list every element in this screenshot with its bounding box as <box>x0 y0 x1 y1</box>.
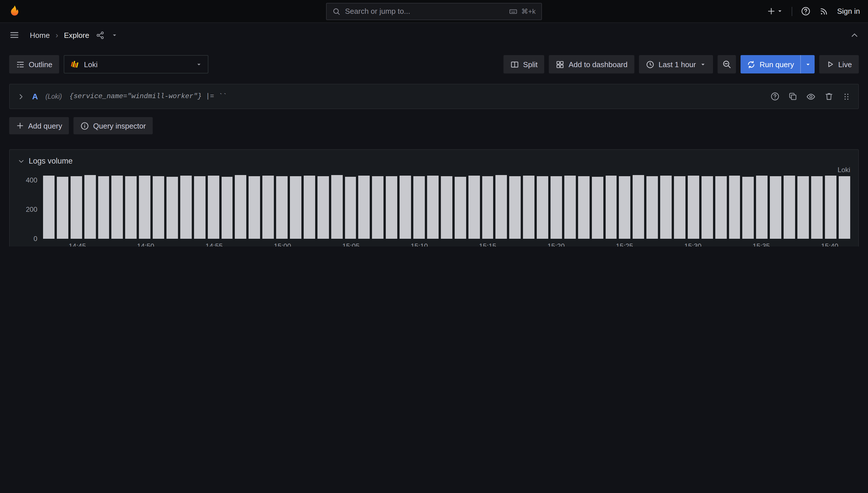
split-button[interactable]: Split <box>504 55 545 73</box>
duplicate-query-icon[interactable] <box>788 92 798 101</box>
split-label: Split <box>523 60 537 69</box>
volume-bar <box>647 176 658 239</box>
zoom-out-button[interactable] <box>718 55 736 73</box>
collapse-controls-button[interactable] <box>850 31 859 39</box>
volume-bar <box>208 176 219 239</box>
run-query-button[interactable]: Run query <box>741 55 814 73</box>
datasource-name: Loki <box>84 60 98 69</box>
volume-bar <box>276 176 288 239</box>
time-range-button[interactable]: Last 1 hour <box>639 55 713 73</box>
grafana-explore-page: Search or jump to... ⌘+k Sign in <box>0 0 868 246</box>
volume-bar <box>413 176 425 239</box>
breadcrumb-row: Home › Explore <box>0 23 868 47</box>
volume-bar <box>633 175 644 239</box>
add-to-dashboard-button[interactable]: Add to dashboard <box>549 55 634 73</box>
x-axis-label: 14:45 <box>69 242 86 246</box>
expand-query-icon[interactable] <box>17 93 25 100</box>
sign-in-button[interactable]: Sign in <box>837 7 860 16</box>
breadcrumb-caret-button[interactable] <box>112 32 118 38</box>
add-query-button[interactable]: Add query <box>9 117 69 134</box>
nav-divider <box>792 6 792 16</box>
logs-volume-panel: Logs volume 0200400 Loki 14:4514:5014:55… <box>9 149 859 246</box>
x-axis-label: 15:15 <box>479 242 496 246</box>
info-circle-icon <box>81 121 89 130</box>
volume-bar <box>729 176 740 239</box>
hamburger-icon <box>9 30 20 40</box>
volume-bar <box>509 176 521 239</box>
new-menu-button[interactable] <box>767 7 783 16</box>
x-axis-label: 15:35 <box>753 242 770 246</box>
volume-bar <box>331 175 342 239</box>
chevron-up-icon <box>850 31 859 39</box>
explore-toolbar: Outline Loki Split Add to dashboard Last… <box>0 47 868 73</box>
chevron-down-icon <box>196 61 202 67</box>
remove-query-icon[interactable] <box>824 92 833 101</box>
grafana-logo[interactable] <box>8 5 21 18</box>
volume-bar <box>743 176 754 239</box>
volume-bar <box>180 175 192 239</box>
query-datasource-hint: (Loki) <box>45 93 62 100</box>
rss-icon <box>820 6 829 16</box>
topnav-actions: Sign in <box>767 6 860 16</box>
chevron-down-icon <box>777 8 783 14</box>
x-axis-label: 15:40 <box>821 242 839 246</box>
volume-bar <box>441 176 452 239</box>
live-button[interactable]: Live <box>819 55 859 73</box>
split-icon <box>510 60 519 69</box>
outline-label: Outline <box>29 60 52 69</box>
query-row-actions <box>770 91 851 101</box>
logs-volume-chart: 0200400 Loki 14:4514:5014:5515:0015:0515… <box>18 174 850 246</box>
volume-bar <box>839 176 850 239</box>
menu-toggle-button[interactable] <box>9 30 20 40</box>
zoom-out-icon <box>722 60 732 69</box>
share-button[interactable] <box>96 31 105 39</box>
search-bar[interactable]: Search or jump to... ⌘+k <box>326 3 542 20</box>
volume-bar <box>564 175 576 239</box>
breadcrumb-home[interactable]: Home <box>30 31 50 39</box>
run-query-options-caret[interactable] <box>800 55 814 73</box>
breadcrumb-separator: › <box>56 30 58 40</box>
add-to-dashboard-label: Add to dashboard <box>569 60 628 69</box>
volume-bar <box>221 177 233 239</box>
logs-volume-header: Logs volume <box>18 157 850 165</box>
query-preview[interactable]: {service_name="windmill-worker"} |= `` <box>69 92 227 101</box>
add-query-label: Add query <box>28 121 62 130</box>
time-range-label: Last 1 hour <box>658 60 696 69</box>
search-icon <box>332 7 340 15</box>
volume-bar <box>249 176 260 239</box>
volume-bar <box>290 176 301 239</box>
volume-bar <box>798 176 809 239</box>
hide-query-icon[interactable] <box>806 91 816 101</box>
volume-bar <box>811 176 823 239</box>
apps-grid-icon <box>556 60 565 69</box>
outline-button[interactable]: Outline <box>9 55 59 73</box>
collapse-section-icon[interactable] <box>18 157 25 165</box>
query-help-icon[interactable] <box>770 92 780 101</box>
volume-bar <box>43 176 55 239</box>
volume-bar <box>592 176 603 239</box>
query-ref-id[interactable]: A <box>32 92 38 101</box>
volume-bar <box>263 176 274 239</box>
x-axis-label: 15:20 <box>547 242 565 246</box>
volume-bar <box>468 176 480 239</box>
volume-bar <box>482 176 493 239</box>
share-icon <box>96 31 105 39</box>
news-button[interactable] <box>820 6 829 16</box>
volume-bar <box>57 177 68 239</box>
volume-bar <box>715 176 726 239</box>
x-axis-label: 15:05 <box>342 242 359 246</box>
drag-handle-icon[interactable] <box>842 92 851 101</box>
volume-bar <box>605 176 617 239</box>
chevron-down-icon <box>700 61 706 67</box>
datasource-picker[interactable]: Loki <box>64 55 208 73</box>
volume-bar <box>578 176 589 239</box>
x-axis-label: 14:50 <box>137 242 154 246</box>
play-icon <box>826 60 834 68</box>
query-inspector-button[interactable]: Query inspector <box>74 117 153 134</box>
volume-bar <box>386 176 398 239</box>
y-axis-label: 400 <box>26 176 37 184</box>
volume-bar <box>70 176 82 239</box>
x-axis-label: 15:00 <box>274 242 291 246</box>
volume-bar <box>194 176 206 239</box>
help-button[interactable] <box>801 6 811 16</box>
